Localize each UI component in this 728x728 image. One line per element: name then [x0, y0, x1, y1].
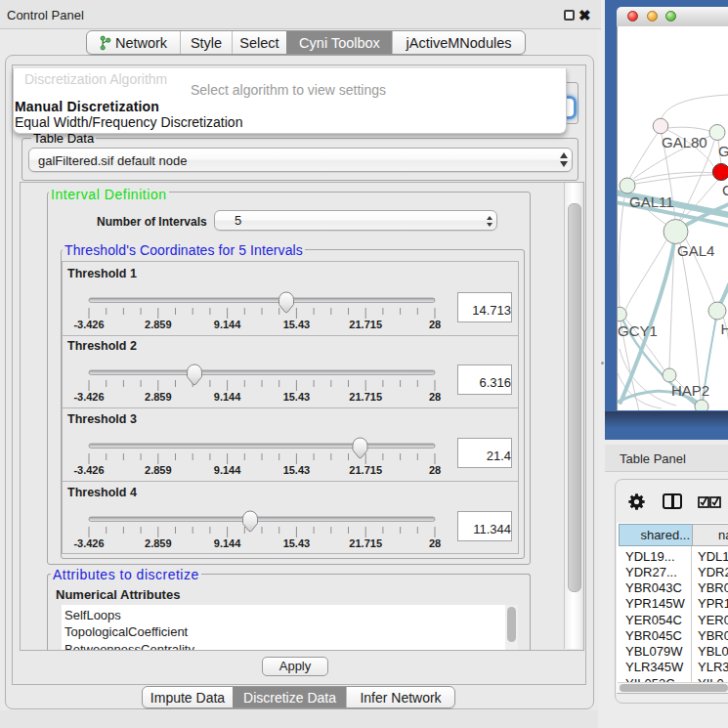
svg-text:28: 28	[429, 537, 441, 549]
svg-text:-3.426: -3.426	[73, 537, 104, 549]
svg-text:H: H	[721, 321, 728, 337]
svg-text:GAL11: GAL11	[629, 193, 674, 210]
svg-text:15.43: 15.43	[283, 537, 311, 549]
svg-text:28: 28	[429, 391, 441, 403]
svg-text:28: 28	[429, 464, 441, 476]
svg-text:2.859: 2.859	[145, 464, 172, 476]
svg-text:21.715: 21.715	[349, 537, 382, 549]
svg-text:9.144: 9.144	[214, 464, 241, 476]
svg-text:15.43: 15.43	[283, 319, 311, 330]
svg-text:21.715: 21.715	[349, 319, 382, 330]
svg-text:21.715: 21.715	[349, 464, 382, 476]
svg-text:-3.426: -3.426	[73, 464, 104, 476]
svg-text:9.144: 9.144	[214, 537, 241, 549]
svg-text:-3.426: -3.426	[73, 391, 104, 403]
svg-text:2.859: 2.859	[145, 391, 172, 403]
svg-text:C: C	[722, 182, 728, 198]
svg-text:2.859: 2.859	[145, 537, 172, 549]
svg-text:15.43: 15.43	[283, 391, 311, 403]
svg-text:15.43: 15.43	[283, 464, 311, 476]
svg-text:-3.426: -3.426	[73, 319, 104, 330]
svg-text:9.144: 9.144	[214, 319, 241, 330]
svg-text:GAL4: GAL4	[677, 242, 714, 259]
svg-text:28: 28	[429, 319, 441, 330]
svg-text:2.859: 2.859	[145, 319, 172, 330]
svg-text:GA: GA	[718, 143, 728, 159]
svg-text:GAL80: GAL80	[662, 134, 707, 150]
svg-text:9.144: 9.144	[214, 391, 241, 403]
svg-text:GCY1: GCY1	[618, 322, 658, 339]
svg-text:HAP2: HAP2	[671, 382, 709, 399]
svg-text:21.715: 21.715	[349, 391, 382, 403]
